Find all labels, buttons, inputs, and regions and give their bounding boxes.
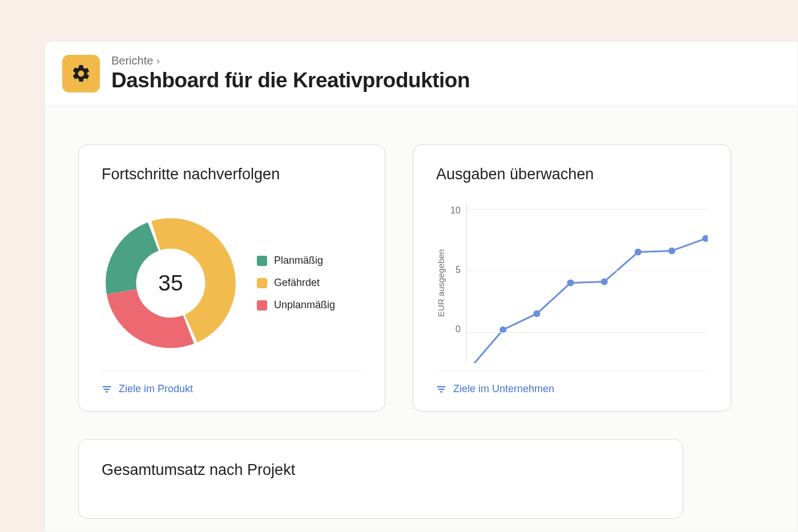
svg-point-11 [668,247,675,254]
plot-area [466,203,708,363]
page-header: Berichte › Dashboard für die Kreativprod… [45,42,797,106]
card-progress: Fortschritte nachverfolgen 35 [78,144,385,412]
legend-at-risk: Gefährdet [257,277,335,289]
card-progress-footer[interactable]: Ziele im Produkt [102,371,362,395]
gridline [467,332,708,333]
header-text-group: Berichte › Dashboard für die Kreativprod… [111,54,470,92]
gridline [467,271,708,271]
filter-icon [436,384,446,394]
donut-chart: 35 [102,214,240,352]
legend-off-track-label: Unplanmäßig [274,299,335,311]
header-app-icon [62,55,100,92]
swatch-yellow [257,278,267,288]
swatch-red [257,300,267,311]
card-spending: Ausgaben überwachen EUR ausgegeben 10 5 … [413,144,731,412]
y-tick-5: 5 [450,265,461,275]
card-revenue-title: Gesamtumsatz nach Projekt [102,461,660,479]
breadcrumb[interactable]: Berichte › [111,54,470,67]
line-svg [467,203,708,363]
legend-on-track-label: Planmäßig [274,255,323,267]
filter-icon [102,384,112,394]
main-panel: Berichte › Dashboard für die Kreativprod… [45,41,798,532]
card-progress-title: Fortschritte nachverfolgen [102,166,362,183]
donut-center-value: 35 [102,214,240,352]
swatch-green [257,256,267,266]
gridline [467,209,708,209]
card-revenue: Gesamtumsatz nach Projekt [78,439,683,519]
legend-at-risk-label: Gefährdet [274,277,320,289]
legend-on-track: Planmäßig [257,255,335,267]
svg-point-10 [635,248,642,255]
svg-point-12 [702,235,708,241]
gear-icon [71,63,91,84]
card-spending-footer[interactable]: Ziele im Unternehmen [436,371,708,395]
y-tick-10: 10 [450,205,461,216]
chevron-right-icon: › [156,56,159,66]
svg-point-8 [567,279,574,286]
card-spending-title: Ausgaben überwachen [436,166,708,183]
y-ticks: 10 5 0 [450,203,466,334]
y-tick-0: 0 [450,324,461,334]
page-title: Dashboard für die Kreativproduktion [111,68,470,92]
breadcrumb-parent[interactable]: Berichte [111,54,153,67]
svg-point-7 [533,310,540,317]
donut-legend: Planmäßig Gefährdet Unplanmäßig [257,255,335,311]
card-spending-footer-link[interactable]: Ziele im Unternehmen [453,383,554,395]
dashboard-cards: Fortschritte nachverfolgen 35 [45,106,797,532]
card-spending-body: EUR ausgegeben 10 5 0 [436,195,708,371]
y-axis-label: EUR ausgegeben [436,203,446,363]
svg-point-9 [600,278,607,285]
legend-off-track: Unplanmäßig [257,299,335,311]
card-progress-footer-link[interactable]: Ziele im Produkt [119,383,193,395]
card-progress-body: 35 Planmäßig Gefährdet Unplanmäßig [102,195,362,371]
line-chart: EUR ausgegeben 10 5 0 [436,203,708,363]
